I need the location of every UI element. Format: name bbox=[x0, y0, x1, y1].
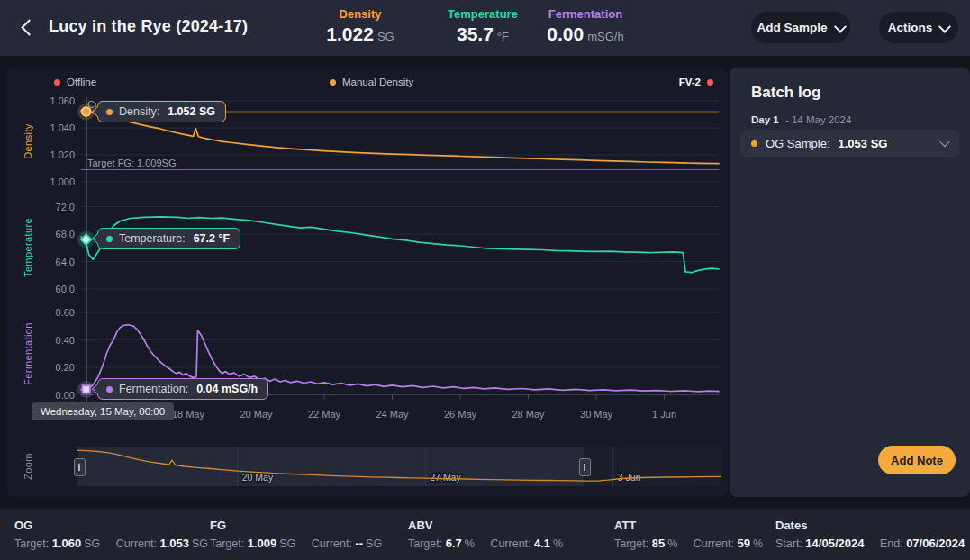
stat-abv: ABV Target: 6.7% Current: 4.1% bbox=[408, 519, 563, 550]
stat-dates: Dates Start: 14/05/2024 End: 07/06/2024 bbox=[775, 519, 965, 550]
fg-current-label: Current: bbox=[312, 537, 352, 550]
back-icon[interactable] bbox=[21, 19, 37, 35]
svg-text:30 May: 30 May bbox=[580, 409, 613, 420]
batch-log-title: Batch log bbox=[751, 84, 820, 102]
att-current-label: Current: bbox=[694, 537, 734, 550]
density-tooltip-dot-icon bbox=[106, 109, 113, 115]
temperature-tooltip-label: Temperature: bbox=[119, 232, 186, 245]
svg-text:28 May: 28 May bbox=[512, 409, 546, 420]
fermentation-tooltip: Fermentation: 0.04 mSG/h bbox=[97, 378, 268, 400]
dates-start-label: Start: bbox=[775, 537, 802, 550]
metric-temperature-unit: °F bbox=[497, 30, 509, 43]
abv-target-value: 6.7 bbox=[446, 537, 462, 550]
og-current-label: Current: bbox=[116, 537, 157, 550]
footer-stats-bar: OG Target: 1.060SG Current: 1.053SG FG T… bbox=[0, 509, 970, 560]
chevron-down-icon bbox=[938, 20, 951, 32]
svg-text:1.020: 1.020 bbox=[50, 149, 75, 160]
att-current-value: 59 bbox=[737, 537, 749, 550]
svg-text:0.60: 0.60 bbox=[56, 307, 75, 318]
og-target-label: Target: bbox=[14, 537, 49, 550]
svg-text:60.0: 60.0 bbox=[56, 284, 75, 294]
svg-text:72.0: 72.0 bbox=[56, 202, 75, 212]
day-date: - 14 May 2024 bbox=[785, 114, 852, 125]
svg-text:1 Jun: 1 Jun bbox=[652, 409, 676, 420]
metric-density-label: Density bbox=[326, 7, 394, 21]
svg-text:24 May: 24 May bbox=[376, 409, 409, 420]
att-target-label: Target: bbox=[614, 537, 648, 550]
fg-target-label: Target: bbox=[210, 537, 244, 550]
stat-att: ATT Target: 85% Current: 59% bbox=[614, 519, 763, 550]
metric-fermentation-value: 0.00 bbox=[547, 23, 584, 44]
add-sample-label: Add Sample bbox=[757, 21, 827, 34]
charts-svg: 1.0601.0401.0201.000Current: 1.052 SGTar… bbox=[7, 68, 728, 497]
og-sample-entry[interactable]: OG Sample: 1.053 SG bbox=[740, 130, 959, 157]
og-target-value: 1.060 bbox=[52, 537, 82, 550]
metric-temperature-value: 35.7 bbox=[457, 23, 494, 44]
metric-fermentation-unit: mSG/h bbox=[587, 30, 623, 43]
stat-og: OG Target: 1.060SG Current: 1.053SG bbox=[14, 519, 208, 550]
svg-text:0.40: 0.40 bbox=[56, 335, 75, 346]
att-target-value: 85 bbox=[652, 537, 665, 550]
svg-text:0.20: 0.20 bbox=[56, 362, 75, 373]
chevron-down-icon bbox=[939, 137, 949, 147]
svg-text:22 May: 22 May bbox=[308, 409, 341, 420]
stat-att-name: ATT bbox=[614, 519, 763, 532]
add-note-button[interactable]: Add Note bbox=[878, 446, 956, 474]
sample-label: OG Sample: bbox=[766, 137, 830, 150]
batch-dashboard: Lucy in the Rye (2024-17) Density 1.022S… bbox=[0, 0, 970, 560]
dates-end-value: 07/06/2024 bbox=[906, 537, 965, 550]
svg-text:Target FG: 1.009SG: Target FG: 1.009SG bbox=[87, 158, 176, 168]
svg-text:1.060: 1.060 bbox=[50, 95, 75, 106]
add-sample-button[interactable]: Add Sample bbox=[751, 12, 850, 43]
abv-target-label: Target: bbox=[408, 537, 442, 550]
chart-panel: Offline Manual Density FV-2 Density Temp… bbox=[7, 68, 728, 497]
sample-value: 1.053 SG bbox=[839, 137, 888, 150]
zoom-right-handle[interactable] bbox=[579, 458, 591, 476]
fg-current-value: -- bbox=[355, 537, 363, 550]
svg-text:1.040: 1.040 bbox=[50, 122, 75, 133]
temperature-tooltip-dot-icon bbox=[106, 236, 113, 242]
page-title: Lucy in the Rye (2024-17) bbox=[49, 17, 248, 36]
svg-text:20 May: 20 May bbox=[240, 409, 273, 420]
fg-target-value: 1.009 bbox=[248, 537, 277, 550]
day-label: Day 1 bbox=[751, 114, 779, 125]
svg-text:0.00: 0.00 bbox=[56, 390, 75, 401]
metric-fermentation: Fermentation 0.00mSG/h bbox=[547, 7, 623, 45]
dates-start-value: 14/05/2024 bbox=[805, 537, 864, 550]
metric-temperature: Temperature 35.7°F bbox=[448, 7, 518, 45]
og-current-value: 1.053 bbox=[159, 537, 189, 550]
fermentation-tooltip-value: 0.04 mSG/h bbox=[196, 383, 258, 395]
actions-button[interactable]: Actions bbox=[879, 12, 958, 43]
metric-fermentation-label: Fermentation bbox=[547, 7, 623, 21]
svg-text:68.0: 68.0 bbox=[56, 229, 75, 239]
header: Lucy in the Rye (2024-17) Density 1.022S… bbox=[0, 0, 970, 56]
batch-log-panel: Batch log Day 1 - 14 May 2024 OG Sample:… bbox=[730, 68, 970, 497]
date-tooltip: Wednesday, 15 May, 00:00 bbox=[32, 402, 174, 420]
svg-text:26 May: 26 May bbox=[444, 409, 477, 420]
stat-og-name: OG bbox=[14, 519, 208, 532]
abv-current-value: 4.1 bbox=[534, 537, 550, 550]
abv-current-label: Current: bbox=[490, 537, 530, 550]
metric-temperature-label: Temperature bbox=[448, 7, 518, 21]
fermentation-tooltip-dot-icon bbox=[106, 386, 113, 393]
svg-text:18 May: 18 May bbox=[172, 409, 205, 420]
temperature-tooltip: Temperature: 67.2 °F bbox=[97, 228, 240, 249]
svg-text:27 May: 27 May bbox=[430, 472, 461, 483]
metric-density-unit: SG bbox=[377, 30, 394, 43]
density-tooltip-value: 1.052 SG bbox=[168, 105, 215, 118]
sample-dot-icon bbox=[751, 140, 757, 147]
dates-end-label: End: bbox=[880, 537, 903, 550]
zoom-left-handle[interactable] bbox=[74, 458, 86, 476]
temperature-tooltip-value: 67.2 °F bbox=[194, 232, 230, 245]
metric-density: Density 1.022SG bbox=[326, 7, 394, 45]
stat-abv-name: ABV bbox=[408, 519, 563, 532]
stat-fg-name: FG bbox=[210, 519, 382, 532]
density-tooltip: Density: 1.052 SG bbox=[97, 101, 226, 122]
batch-log-day: Day 1 - 14 May 2024 bbox=[751, 114, 851, 125]
fermentation-tooltip-label: Fermentation: bbox=[119, 383, 188, 395]
svg-text:64.0: 64.0 bbox=[56, 257, 75, 267]
stat-dates-name: Dates bbox=[775, 519, 965, 532]
actions-label: Actions bbox=[888, 21, 933, 34]
chevron-down-icon bbox=[833, 20, 846, 32]
svg-text:1.000: 1.000 bbox=[50, 176, 75, 187]
